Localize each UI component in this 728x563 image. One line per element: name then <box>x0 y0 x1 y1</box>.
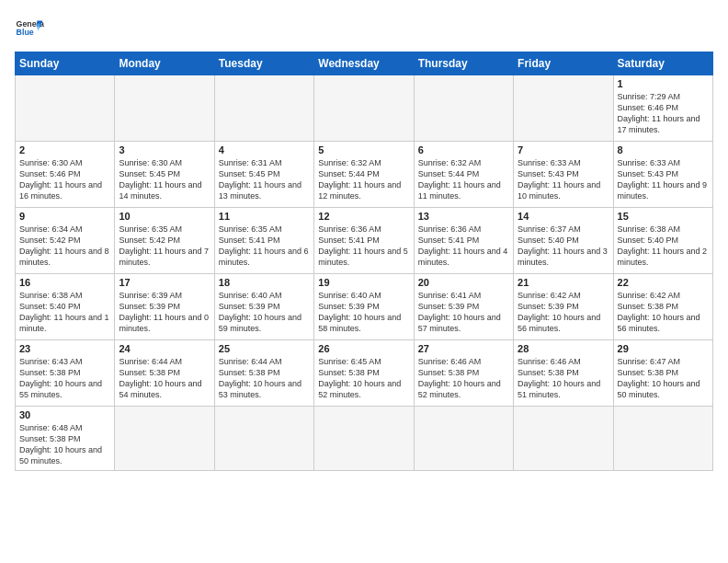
calendar-day-cell <box>514 75 613 142</box>
calendar-day-cell <box>115 75 214 142</box>
day-info: Sunrise: 6:44 AM Sunset: 5:38 PM Dayligh… <box>119 356 210 401</box>
day-number: 30 <box>19 409 110 420</box>
day-number: 12 <box>318 211 409 222</box>
calendar-week-row: 16Sunrise: 6:38 AM Sunset: 5:40 PM Dayli… <box>16 274 713 340</box>
calendar-day-cell <box>314 407 414 471</box>
calendar-day-cell: 10Sunrise: 6:35 AM Sunset: 5:42 PM Dayli… <box>115 208 214 274</box>
day-info: Sunrise: 6:46 AM Sunset: 5:38 PM Dayligh… <box>418 356 509 401</box>
day-number: 10 <box>119 211 210 222</box>
calendar-day-cell: 3Sunrise: 6:30 AM Sunset: 5:45 PM Daylig… <box>115 142 214 208</box>
day-info: Sunrise: 6:42 AM Sunset: 5:38 PM Dayligh… <box>618 290 709 335</box>
day-number: 14 <box>518 211 609 222</box>
generalblue-logo-icon: General Blue <box>15 15 44 44</box>
day-number: 28 <box>518 343 609 354</box>
day-number: 15 <box>618 211 709 222</box>
day-info: Sunrise: 6:39 AM Sunset: 5:39 PM Dayligh… <box>119 290 210 335</box>
calendar-day-cell: 9Sunrise: 6:34 AM Sunset: 5:42 PM Daylig… <box>16 208 115 274</box>
day-number: 8 <box>618 144 709 155</box>
calendar-day-cell: 21Sunrise: 6:42 AM Sunset: 5:39 PM Dayli… <box>514 274 613 340</box>
calendar-day-cell <box>115 407 214 471</box>
calendar-day-cell <box>314 75 414 142</box>
day-of-week-header: Monday <box>115 52 214 75</box>
calendar-day-cell: 18Sunrise: 6:40 AM Sunset: 5:39 PM Dayli… <box>214 274 313 340</box>
day-of-week-header: Sunday <box>16 52 115 75</box>
calendar-day-cell <box>214 407 313 471</box>
calendar-day-cell: 5Sunrise: 6:32 AM Sunset: 5:44 PM Daylig… <box>314 142 414 208</box>
calendar-day-cell: 16Sunrise: 6:38 AM Sunset: 5:40 PM Dayli… <box>16 274 115 340</box>
day-info: Sunrise: 6:31 AM Sunset: 5:45 PM Dayligh… <box>219 157 310 202</box>
day-of-week-header: Thursday <box>414 52 513 75</box>
calendar-day-cell: 13Sunrise: 6:36 AM Sunset: 5:41 PM Dayli… <box>414 208 513 274</box>
calendar-day-cell: 19Sunrise: 6:40 AM Sunset: 5:39 PM Dayli… <box>314 274 414 340</box>
day-info: Sunrise: 6:38 AM Sunset: 5:40 PM Dayligh… <box>19 290 110 335</box>
calendar-day-cell <box>514 407 613 471</box>
calendar-day-cell: 30Sunrise: 6:48 AM Sunset: 5:38 PM Dayli… <box>16 407 115 471</box>
day-number: 13 <box>418 211 509 222</box>
day-number: 27 <box>418 343 509 354</box>
calendar-day-cell: 4Sunrise: 6:31 AM Sunset: 5:45 PM Daylig… <box>214 142 313 208</box>
day-number: 4 <box>219 144 310 155</box>
calendar-day-cell <box>214 75 313 142</box>
day-info: Sunrise: 6:30 AM Sunset: 5:46 PM Dayligh… <box>19 157 110 202</box>
svg-text:Blue: Blue <box>17 28 34 37</box>
day-number: 2 <box>19 144 110 155</box>
day-number: 18 <box>219 277 310 288</box>
day-number: 19 <box>318 277 409 288</box>
day-info: Sunrise: 6:33 AM Sunset: 5:43 PM Dayligh… <box>518 157 609 202</box>
calendar-day-cell <box>414 75 513 142</box>
day-of-week-header: Friday <box>514 52 613 75</box>
page-header: General Blue <box>15 15 713 44</box>
day-info: Sunrise: 6:42 AM Sunset: 5:39 PM Dayligh… <box>518 290 609 335</box>
calendar-day-cell: 2Sunrise: 6:30 AM Sunset: 5:46 PM Daylig… <box>16 142 115 208</box>
calendar-day-cell: 20Sunrise: 6:41 AM Sunset: 5:39 PM Dayli… <box>414 274 513 340</box>
calendar-day-cell: 17Sunrise: 6:39 AM Sunset: 5:39 PM Dayli… <box>115 274 214 340</box>
day-number: 23 <box>19 343 110 354</box>
day-of-week-header: Tuesday <box>214 52 313 75</box>
days-header-row: SundayMondayTuesdayWednesdayThursdayFrid… <box>16 52 713 75</box>
day-info: Sunrise: 6:36 AM Sunset: 5:41 PM Dayligh… <box>418 224 509 269</box>
day-info: Sunrise: 6:32 AM Sunset: 5:44 PM Dayligh… <box>318 157 409 202</box>
calendar-week-row: 1Sunrise: 7:29 AM Sunset: 6:46 PM Daylig… <box>16 75 713 142</box>
day-info: Sunrise: 6:30 AM Sunset: 5:45 PM Dayligh… <box>119 157 210 202</box>
day-info: Sunrise: 6:32 AM Sunset: 5:44 PM Dayligh… <box>418 157 509 202</box>
day-number: 7 <box>518 144 609 155</box>
day-info: Sunrise: 6:35 AM Sunset: 5:41 PM Dayligh… <box>219 224 310 269</box>
calendar-day-cell: 27Sunrise: 6:46 AM Sunset: 5:38 PM Dayli… <box>414 340 513 407</box>
day-number: 26 <box>318 343 409 354</box>
day-info: Sunrise: 6:48 AM Sunset: 5:38 PM Dayligh… <box>19 422 110 467</box>
calendar-day-cell <box>613 407 712 471</box>
calendar-day-cell: 25Sunrise: 6:44 AM Sunset: 5:38 PM Dayli… <box>214 340 313 407</box>
day-info: Sunrise: 6:45 AM Sunset: 5:38 PM Dayligh… <box>318 356 409 401</box>
calendar-day-cell: 24Sunrise: 6:44 AM Sunset: 5:38 PM Dayli… <box>115 340 214 407</box>
calendar-day-cell <box>16 75 115 142</box>
calendar-day-cell: 26Sunrise: 6:45 AM Sunset: 5:38 PM Dayli… <box>314 340 414 407</box>
calendar-day-cell: 6Sunrise: 6:32 AM Sunset: 5:44 PM Daylig… <box>414 142 513 208</box>
day-info: Sunrise: 6:36 AM Sunset: 5:41 PM Dayligh… <box>318 224 409 269</box>
day-number: 20 <box>418 277 509 288</box>
day-number: 22 <box>618 277 709 288</box>
day-number: 16 <box>19 277 110 288</box>
day-info: Sunrise: 6:43 AM Sunset: 5:38 PM Dayligh… <box>19 356 110 401</box>
calendar-day-cell: 15Sunrise: 6:38 AM Sunset: 5:40 PM Dayli… <box>613 208 712 274</box>
calendar-day-cell: 28Sunrise: 6:46 AM Sunset: 5:38 PM Dayli… <box>514 340 613 407</box>
day-of-week-header: Saturday <box>613 52 712 75</box>
calendar-week-row: 2Sunrise: 6:30 AM Sunset: 5:46 PM Daylig… <box>16 142 713 208</box>
day-info: Sunrise: 7:29 AM Sunset: 6:46 PM Dayligh… <box>618 91 709 136</box>
day-info: Sunrise: 6:34 AM Sunset: 5:42 PM Dayligh… <box>19 224 110 269</box>
day-info: Sunrise: 6:47 AM Sunset: 5:38 PM Dayligh… <box>618 356 709 401</box>
day-info: Sunrise: 6:35 AM Sunset: 5:42 PM Dayligh… <box>119 224 210 269</box>
day-info: Sunrise: 6:40 AM Sunset: 5:39 PM Dayligh… <box>219 290 310 335</box>
calendar-day-cell: 11Sunrise: 6:35 AM Sunset: 5:41 PM Dayli… <box>214 208 313 274</box>
calendar-table: SundayMondayTuesdayWednesdayThursdayFrid… <box>15 52 713 471</box>
calendar-day-cell: 22Sunrise: 6:42 AM Sunset: 5:38 PM Dayli… <box>613 274 712 340</box>
calendar-day-cell <box>414 407 513 471</box>
day-number: 24 <box>119 343 210 354</box>
day-number: 5 <box>318 144 409 155</box>
calendar-day-cell: 7Sunrise: 6:33 AM Sunset: 5:43 PM Daylig… <box>514 142 613 208</box>
day-info: Sunrise: 6:38 AM Sunset: 5:40 PM Dayligh… <box>618 224 709 269</box>
calendar-day-cell: 23Sunrise: 6:43 AM Sunset: 5:38 PM Dayli… <box>16 340 115 407</box>
day-number: 11 <box>219 211 310 222</box>
calendar-day-cell: 8Sunrise: 6:33 AM Sunset: 5:43 PM Daylig… <box>613 142 712 208</box>
day-number: 1 <box>618 78 709 89</box>
day-number: 9 <box>19 211 110 222</box>
